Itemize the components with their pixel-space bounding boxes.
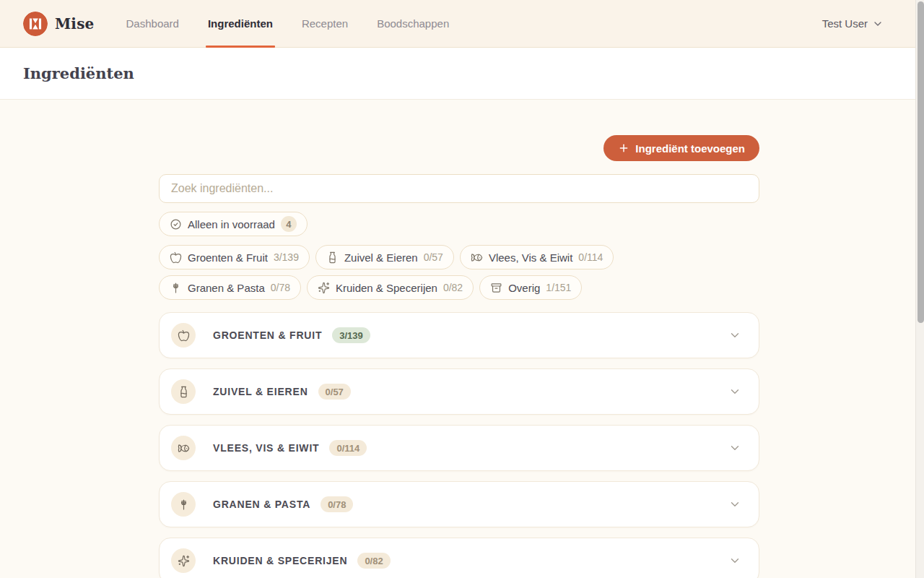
filter-chip-label: Groenten & Fruit (188, 251, 268, 264)
filter-chip-count: 1/151 (546, 282, 571, 293)
milk-icon (171, 379, 196, 404)
filter-chip-count: 3/139 (274, 251, 299, 263)
accordion-granen-pasta[interactable]: GRANEN & PASTA 0/78 (159, 481, 759, 527)
nav-item-boodschappen[interactable]: Boodschappen (377, 0, 449, 47)
accordion-zuivel-eieren[interactable]: ZUIVEL & EIEREN 0/57 (159, 368, 759, 415)
check-circle-icon (170, 218, 182, 230)
brand[interactable]: Mise (23, 12, 95, 36)
add-ingredient-button[interactable]: Ingrediënt toevoegen (603, 135, 759, 161)
accordion-kruiden-specerijen[interactable]: KRUIDEN & SPECERIJEN 0/82 (159, 538, 759, 578)
filter-chip-overig[interactable]: Overig 1/151 (479, 275, 582, 300)
filter-chip-count: 0/82 (443, 282, 463, 293)
scrollbar-thumb[interactable] (918, 1, 924, 323)
main-content: Ingrediënt toevoegen Alleen in voorraad … (0, 100, 924, 578)
nav-item-recepten[interactable]: Recepten (302, 0, 348, 47)
fish-icon (171, 436, 196, 460)
accordion-count-badge: 0/114 (329, 440, 367, 456)
page-header: Ingrediënten (0, 48, 924, 100)
milk-icon (326, 251, 339, 264)
nav-item-ingredienten[interactable]: Ingrediënten (208, 0, 273, 47)
accordion-label: GRANEN & PASTA (213, 499, 310, 510)
accordion-label: GROENTEN & FRUIT (213, 329, 322, 341)
filter-chip-count: 0/114 (578, 251, 603, 263)
user-menu[interactable]: Test User (822, 17, 884, 30)
filter-chip-granen-pasta[interactable]: Granen & Pasta 0/78 (159, 275, 301, 300)
chevron-down-icon (728, 498, 741, 511)
filter-chip-groenten-fruit[interactable]: Groenten & Fruit 3/139 (159, 245, 310, 269)
filter-chip-label: Zuivel & Eieren (344, 251, 418, 264)
chevron-down-icon (728, 329, 741, 342)
filter-chip-label: Granen & Pasta (188, 282, 265, 294)
wheat-icon (171, 492, 196, 517)
filter-chip-label: Kruiden & Specerijen (336, 282, 437, 294)
accordion-count-badge: 0/82 (357, 553, 390, 569)
filter-chip-zuivel-eieren[interactable]: Zuivel & Eieren 0/57 (315, 245, 454, 269)
plus-icon (618, 142, 629, 154)
chevron-down-icon (872, 18, 884, 30)
add-ingredient-button-label: Ingrediënt toevoegen (635, 142, 745, 155)
accordion-label: ZUIVEL & EIEREN (213, 386, 308, 397)
sparkles-icon (318, 282, 330, 294)
box-icon (490, 282, 502, 294)
filter-chip-label: Vlees, Vis & Eiwit (489, 251, 572, 264)
filter-chip-count: 0/78 (271, 282, 290, 293)
accordion-count-badge: 0/57 (318, 384, 351, 400)
user-name: Test User (822, 17, 868, 30)
accordion-label: KRUIDEN & SPECERIJEN (213, 555, 347, 566)
filter-in-stock-toggle[interactable]: Alleen in voorraad 4 (159, 212, 308, 236)
category-filter-row: Groenten & Fruit 3/139 Zuivel & Eieren 0… (159, 245, 736, 300)
filter-chip-vlees-vis-eiwit[interactable]: Vlees, Vis & Eiwit 0/114 (460, 245, 614, 269)
category-accordion-list: GROENTEN & FRUIT 3/139 ZUIVEL & EIEREN 0… (159, 312, 759, 578)
filter-chip-kruiden-specerijen[interactable]: Kruiden & Specerijen 0/82 (307, 275, 474, 300)
mise-logo-icon (23, 12, 48, 36)
top-navbar: Mise Dashboard Ingrediënten Recepten Boo… (0, 0, 924, 48)
chevron-down-icon (728, 554, 741, 567)
sparkles-icon (171, 548, 196, 573)
accordion-count-badge: 0/78 (321, 496, 353, 512)
filter-in-stock-label: Alleen in voorraad (188, 218, 275, 230)
scrollbar[interactable] (915, 0, 924, 578)
wheat-icon (170, 282, 182, 294)
filter-chip-count: 0/57 (424, 251, 443, 263)
chevron-down-icon (728, 441, 741, 454)
accordion-count-badge: 3/139 (332, 327, 370, 343)
main-nav: Dashboard Ingrediënten Recepten Boodscha… (126, 0, 450, 47)
filter-chip-label: Overig (508, 282, 540, 294)
brand-name: Mise (55, 15, 95, 33)
accordion-groenten-fruit[interactable]: GROENTEN & FRUIT 3/139 (159, 312, 759, 358)
apple-icon (171, 323, 196, 348)
accordion-vlees-vis-eiwit[interactable]: VLEES, VIS & EIWIT 0/114 (159, 425, 759, 471)
accordion-label: VLEES, VIS & EIWIT (213, 442, 319, 454)
nav-item-dashboard[interactable]: Dashboard (126, 0, 179, 47)
apple-icon (170, 251, 182, 264)
page-title: Ingrediënten (23, 64, 134, 82)
chevron-down-icon (728, 385, 741, 398)
search-input[interactable] (159, 174, 759, 203)
fish-icon (471, 251, 483, 264)
filter-in-stock-count-badge: 4 (281, 216, 297, 232)
